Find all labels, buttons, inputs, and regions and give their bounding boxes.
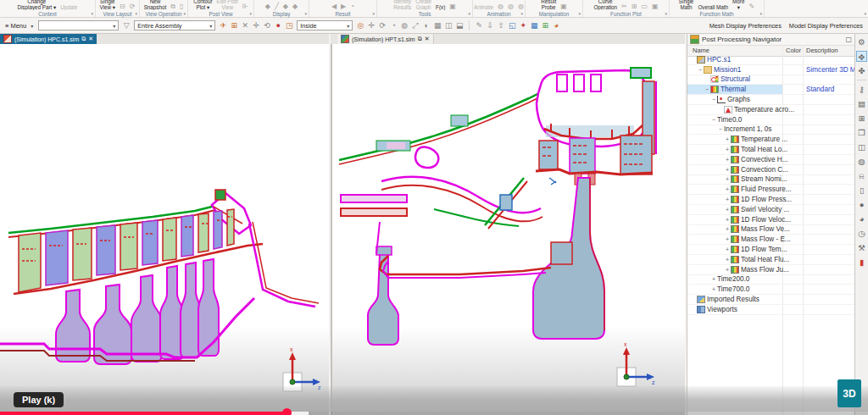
expand-icon[interactable]: + [724, 267, 731, 273]
ribbon-button[interactable]: Change Displayed Part ▾ [17, 0, 56, 10]
expand-icon[interactable]: + [724, 196, 731, 202]
tree-row[interactable]: +Convection C... [687, 165, 854, 175]
materials-icon[interactable]: ◍ [856, 156, 867, 167]
column-header-color[interactable]: Color [786, 47, 801, 54]
tree-row[interactable]: +Temperature ... [687, 135, 854, 145]
next-result-icon[interactable]: ▶ [341, 3, 346, 10]
pan-icon[interactable]: ✛ [366, 20, 376, 30]
expand-icon[interactable]: + [724, 226, 731, 232]
expand-icon[interactable]: + [710, 286, 717, 292]
plot-image-icon[interactable]: ▣ [652, 3, 659, 10]
sphere-icon[interactable]: ● [856, 199, 867, 210]
ribbon-button[interactable]: Result Probe [541, 0, 556, 10]
expand-icon[interactable]: + [724, 147, 731, 152]
mesh-display-preferences-link[interactable]: Mesh Display Preferences [709, 22, 782, 30]
wireframe-icon[interactable]: ▦ [432, 20, 442, 30]
tree-row[interactable]: −Increment 1, 0s [687, 125, 854, 136]
collapse-icon[interactable]: − [710, 117, 717, 123]
show-hide-icon[interactable]: ◎ [355, 20, 365, 30]
display-mode-icon[interactable]: ◕ [551, 20, 561, 30]
split-window-icon[interactable]: ◫ [443, 20, 453, 30]
expand-icon[interactable]: + [724, 186, 731, 192]
video-scrubber-handle[interactable] [282, 408, 292, 415]
layers-icon[interactable]: ❒ [856, 127, 867, 138]
group-dialog-launcher-icon[interactable]: ▾ [468, 11, 470, 16]
inside-combo[interactable]: Inside ▾ [297, 20, 353, 30]
shaded-icon[interactable]: ◍ [399, 20, 409, 30]
add-snapshot-icon[interactable]: ⊞ [229, 20, 239, 30]
remove-icon[interactable]: ✕ [240, 20, 250, 30]
image-capture-icon[interactable]: ▣ [449, 3, 456, 10]
restore-window-icon[interactable]: ⧉ [418, 36, 422, 42]
group-dialog-launcher-icon[interactable]: ▾ [578, 11, 581, 16]
tree-row[interactable]: +Convective H... [687, 155, 854, 165]
pause-animation-icon[interactable]: ◍ [508, 3, 514, 10]
palette-icon[interactable]: ▤ [856, 98, 867, 109]
collapse-icon[interactable]: − [710, 97, 717, 102]
viewport-hpc[interactable]: x z [0, 44, 329, 415]
search-combo[interactable]: ▾ [38, 20, 119, 30]
tree-row[interactable]: Imported Results [687, 295, 854, 305]
promote-icon[interactable]: ⇧ [496, 20, 506, 30]
group-dialog-launcher-icon[interactable]: ▾ [183, 11, 186, 16]
filter-icon[interactable]: ▽ [121, 20, 131, 30]
group-dialog-launcher-icon[interactable]: ▾ [304, 11, 307, 16]
post-processing-navigator-icon[interactable]: ✥ [856, 51, 867, 62]
plot-window-icon[interactable]: ▭ [641, 3, 648, 10]
column-header-description[interactable]: Description [806, 47, 838, 54]
tree-row[interactable]: Temperature acro... [687, 105, 854, 115]
result-options-icon[interactable]: ◔ [350, 3, 354, 10]
demote-icon[interactable]: ⇩ [485, 20, 495, 30]
tree-row[interactable]: +Time200.0 [687, 275, 854, 285]
previous-result-icon[interactable]: ◀ [331, 3, 337, 10]
tree-row[interactable]: −Mission1Simcenter 3D Mu [687, 65, 854, 75]
crop-curve-icon[interactable]: ✂ [621, 3, 627, 10]
box-tool-icon[interactable]: ◳ [284, 20, 294, 30]
tree-row[interactable]: Structural [687, 75, 854, 86]
constraints-icon[interactable]: ⚷ [856, 84, 867, 95]
close-icon[interactable]: ✕ [425, 36, 430, 42]
section-view-icon[interactable]: ⬓ [454, 20, 465, 30]
reset-icon[interactable]: ⟲ [262, 20, 272, 30]
utilities-icon[interactable]: ⚒ [856, 242, 867, 253]
navigator-titlebar[interactable]: Post Processing Navigator ▢ [687, 34, 854, 46]
stop-animation-icon[interactable]: ◍ [518, 3, 524, 10]
fit-view-icon[interactable]: ⤢ [410, 20, 420, 30]
ribbon-button[interactable]: More ▾ [732, 0, 744, 10]
menu-button[interactable]: ≡ Menu ▾ [3, 21, 36, 30]
tab-hpc-sim[interactable]: (Simulation) HPC.s1.sim ⧉ ✕ [0, 34, 97, 44]
probe-image-icon[interactable]: ▣ [560, 3, 567, 10]
tree-row[interactable]: +Total Heat Lo... [687, 145, 854, 155]
rotate-icon[interactable]: ⟳ [377, 20, 387, 30]
layout-icon[interactable]: ⊟ [120, 3, 125, 10]
viewport-hpt[interactable]: x z [331, 44, 685, 415]
windows-grid-icon[interactable]: ⊞ [856, 113, 867, 124]
collapse-icon[interactable]: − [717, 126, 724, 132]
expand-icon[interactable]: + [724, 246, 731, 252]
ribbon-button[interactable]: Single View ▾ [100, 0, 115, 10]
expand-icon[interactable]: + [724, 157, 731, 163]
float-panel-icon[interactable]: ▢ [845, 36, 852, 43]
tree-row[interactable]: +Swirl Velocity ... [687, 205, 854, 215]
simulation-navigator-icon[interactable]: ✤ [856, 65, 867, 76]
deformation-icon[interactable]: ◆ [265, 3, 270, 10]
zoom-icon[interactable]: ◔ [388, 20, 398, 30]
tree-row[interactable]: +Total Heat Flu... [687, 255, 854, 265]
expand-icon[interactable]: + [724, 217, 731, 223]
group-dialog-launcher-icon[interactable]: ▾ [520, 11, 523, 16]
tree-row[interactable]: +Time700.0 [687, 285, 854, 295]
collapse-icon[interactable]: − [704, 86, 710, 92]
post-view-icon[interactable]: ⊪ [242, 3, 248, 10]
animation-panel-icon[interactable]: ◫ [856, 141, 867, 152]
expand-icon[interactable]: + [724, 167, 731, 173]
expand-icon[interactable]: + [710, 276, 717, 282]
parts-list-icon[interactable]: ▯ [856, 185, 867, 196]
group-dialog-launcher-icon[interactable]: ▾ [665, 11, 667, 16]
tree-row[interactable]: +1D Flow Tem... [687, 245, 854, 255]
tree-row[interactable]: +Mass Flow Ve... [687, 225, 854, 235]
ribbon-button[interactable]: Contour Plot ▾ [193, 0, 212, 10]
plot-grid-icon[interactable]: ⊞ [632, 3, 637, 10]
expand-icon[interactable]: + [724, 207, 731, 213]
tree-row[interactable]: HPC.s1 [687, 55, 854, 65]
column-header-name[interactable]: Name [693, 47, 709, 54]
